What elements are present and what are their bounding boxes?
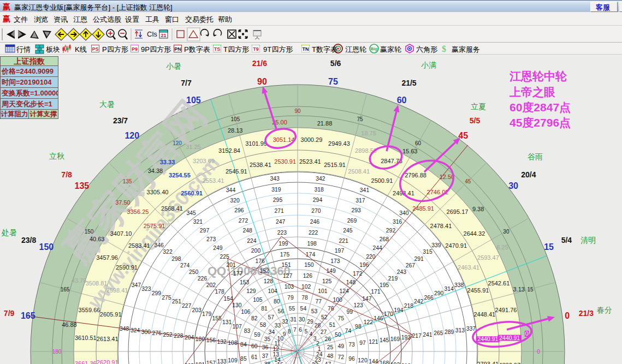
svg-text:319: 319 [271,187,281,193]
svg-text:169: 169 [390,336,400,342]
svg-text:99: 99 [346,309,353,315]
svg-text:245: 245 [343,228,353,234]
svg-text:218: 218 [404,303,414,309]
svg-text:201: 201 [227,262,236,268]
svg-text:7/8: 7/8 [61,170,72,179]
svg-text:149: 149 [327,268,336,274]
svg-text:127: 127 [283,273,293,279]
svg-text:QQ:100800360: QQ:100800360 [208,264,291,278]
svg-text:340: 340 [399,210,409,216]
svg-text:2448.41: 2448.41 [473,311,495,318]
svg-text:108: 108 [228,340,238,346]
svg-text:4: 4 [310,331,313,337]
svg-text:57: 57 [268,314,275,320]
svg-text:315: 315 [423,249,433,255]
svg-text:58: 58 [260,322,266,328]
svg-text:150: 150 [39,242,54,252]
svg-text:5: 5 [304,329,307,335]
svg-text:28: 28 [315,323,321,329]
svg-text:156: 156 [206,337,216,343]
svg-text:2508.41: 2508.41 [348,168,370,175]
svg-text:立夏: 立夏 [471,102,486,111]
svg-text:98: 98 [355,324,362,330]
svg-text:297: 297 [200,228,210,234]
svg-text:52: 52 [321,314,328,320]
svg-text:300: 300 [141,329,151,335]
svg-text:289: 289 [445,329,454,335]
svg-text:Cls: Cls [147,30,157,38]
svg-text:3: 3 [313,336,317,342]
svg-text:294: 294 [313,197,323,203]
svg-text:56: 56 [278,308,285,314]
svg-text:105: 105 [186,96,201,105]
svg-text:清明: 清明 [580,236,596,244]
svg-text:225: 225 [220,254,229,260]
svg-text:34: 34 [269,329,275,335]
svg-text:3457.96: 3457.96 [96,254,118,261]
svg-text:21: 21 [161,33,166,38]
svg-text:7: 7 [293,327,297,333]
svg-text:8: 8 [288,329,291,335]
svg-text:153: 153 [240,279,250,285]
svg-text:83: 83 [244,328,251,334]
svg-text:318: 318 [315,187,324,193]
svg-text:224: 224 [247,238,257,244]
svg-text:2478.41: 2478.41 [430,223,452,229]
svg-text:178: 178 [215,289,225,295]
svg-text:38: 38 [264,361,271,364]
svg-text:60: 60 [251,343,258,349]
svg-text:30: 30 [503,229,510,235]
svg-text:128: 128 [264,278,274,284]
svg-text:5/6: 5/6 [330,59,341,68]
svg-text:348: 348 [120,326,129,332]
svg-text:249: 249 [213,245,223,251]
svg-text:90: 90 [294,108,301,114]
svg-text:266: 266 [424,295,434,301]
svg-text:51: 51 [329,322,336,328]
svg-text:2545.91: 2545.91 [226,168,247,175]
svg-text:2491.76: 2491.76 [495,307,517,313]
svg-text:251: 251 [172,299,182,305]
svg-text:121: 121 [369,339,378,345]
svg-text:23/8: 23/8 [21,236,36,244]
svg-text:337: 337 [466,326,476,332]
svg-text:323: 323 [141,286,151,292]
svg-text:270: 270 [311,208,321,214]
svg-text:2590.91: 2590.91 [116,264,138,271]
svg-text:28.13: 28.13 [228,127,243,134]
svg-text:小满: 小满 [421,61,436,69]
svg-text:146: 146 [374,315,383,321]
svg-text:152: 152 [259,268,269,274]
svg-text:33.33: 33.33 [160,159,175,165]
svg-text:123: 123 [353,302,363,308]
svg-text:292: 292 [386,228,396,234]
svg-text:346: 346 [154,242,164,248]
svg-text:3101.99: 3101.99 [245,140,267,147]
svg-text:3610.51: 3610.51 [75,335,97,341]
svg-text:2644.32: 2644.32 [464,230,485,237]
svg-text:272: 272 [239,218,248,224]
svg-text:120: 120 [358,357,368,363]
svg-text:204: 204 [185,335,194,341]
svg-text:131: 131 [222,319,232,325]
svg-text:176: 176 [255,258,265,264]
svg-text:147: 147 [362,296,372,302]
svg-text:大暑: 大暑 [99,100,115,109]
svg-text:343: 343 [270,176,280,182]
svg-text:2613.41: 2613.41 [97,336,119,342]
svg-text:219: 219 [388,276,398,282]
svg-text:31.25: 31.25 [186,144,201,150]
svg-text:106: 106 [241,309,251,315]
svg-text:275: 275 [162,295,171,301]
svg-text:202: 202 [206,282,216,288]
svg-text:2538.41: 2538.41 [250,162,271,168]
svg-text:29: 29 [307,319,313,325]
svg-text:228: 228 [174,333,183,339]
svg-text:293: 293 [352,207,362,213]
svg-text:45: 45 [465,178,471,184]
svg-text:3407.10: 3407.10 [110,230,132,237]
svg-text:170: 170 [384,311,394,317]
svg-text:341: 341 [360,187,370,193]
svg-text:155: 155 [212,315,222,321]
svg-text:21/3: 21/3 [579,309,594,318]
